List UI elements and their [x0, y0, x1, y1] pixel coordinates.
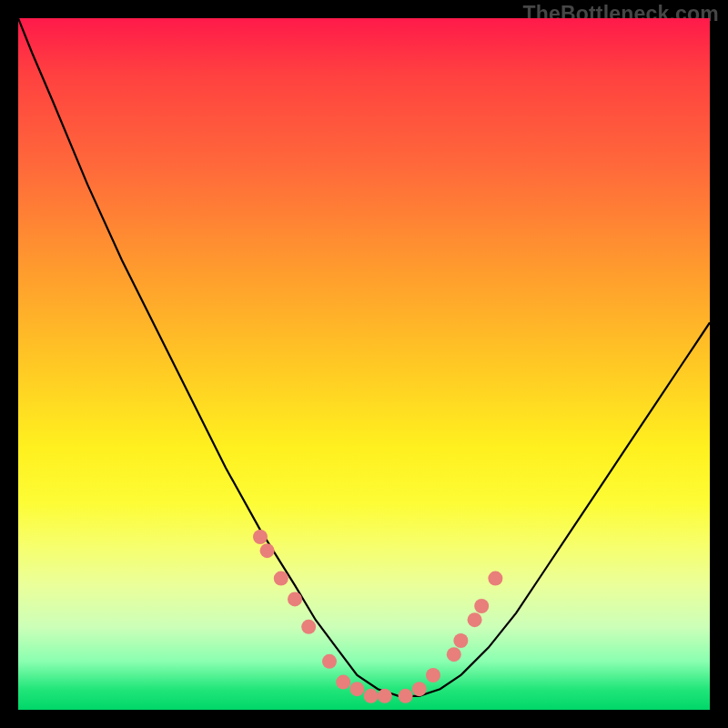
highlight-dot	[488, 571, 502, 586]
chart-frame: TheBottleneck.com	[0, 0, 728, 728]
highlight-dot	[364, 689, 379, 703]
bottleneck-curve	[18, 18, 710, 696]
highlight-dot	[253, 530, 268, 544]
highlight-dot	[378, 689, 392, 703]
highlight-dot	[288, 592, 302, 606]
highlight-dot	[301, 620, 316, 634]
plot-area	[18, 18, 710, 710]
highlight-dot	[453, 633, 468, 648]
highlight-dot	[426, 668, 440, 682]
highlight-dot	[447, 647, 461, 662]
highlight-dot	[468, 612, 482, 627]
highlight-dot	[336, 675, 350, 690]
curve-svg	[18, 18, 710, 710]
highlight-dots	[253, 530, 502, 703]
highlight-dot	[412, 682, 427, 696]
highlight-dot	[322, 654, 337, 669]
highlight-dot	[349, 682, 364, 696]
highlight-dot	[474, 599, 489, 613]
highlight-dot	[260, 543, 275, 558]
highlight-dot	[274, 571, 288, 586]
highlight-dot	[399, 689, 413, 703]
